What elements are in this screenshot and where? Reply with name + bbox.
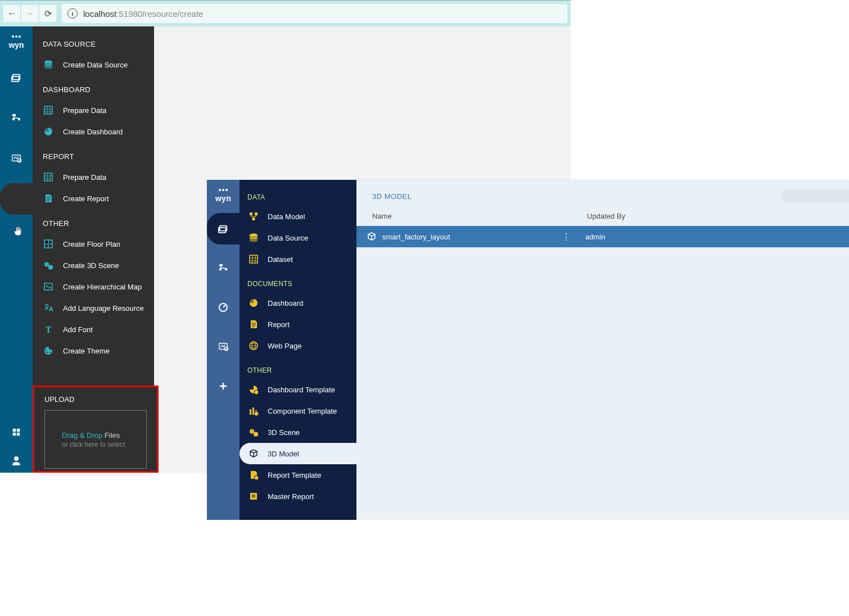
menu-item-prepare-data[interactable]: Prepare Data	[33, 99, 154, 121]
upload-lead: Drag & Drop	[62, 431, 102, 440]
search-input[interactable]	[782, 189, 849, 202]
pie-icon	[43, 126, 54, 137]
menu-item-label: Dashboard Template	[268, 386, 335, 394]
column-headers: Name Updated By	[356, 209, 849, 226]
rail-monitor-icon[interactable]	[0, 143, 33, 174]
page-title: 3D MODEL	[356, 180, 849, 209]
menu-item-label: Add Language Resource	[63, 304, 144, 312]
rail-nav-portal	[207, 180, 240, 520]
col-updated-header[interactable]: Updated By	[587, 212, 833, 220]
rail-documents-portal-icon[interactable]	[207, 213, 240, 244]
menu-item-add-language-resource[interactable]: Add Language Resource	[33, 297, 154, 319]
hiermap-icon	[43, 282, 54, 292]
rail-categories-icon[interactable]	[0, 102, 33, 134]
table-row[interactable]: smart_factory_layout⋮admin	[356, 226, 849, 247]
menu-item-create-hierarchical-map[interactable]: Create Hierarchical Map	[33, 276, 154, 297]
menu-item-dashboard[interactable]: Dashboard	[240, 292, 356, 314]
section-header: DATA	[240, 180, 356, 206]
url-path: :51980/resource/create	[116, 9, 203, 19]
section-header: DASHBOARD	[33, 75, 154, 99]
section-header: DOCUMENTS	[240, 270, 356, 292]
menu-item-label: Prepare Data	[63, 173, 106, 182]
app-logo[interactable]	[0, 26, 33, 62]
menu-item-label: Create Floor Plan	[63, 240, 120, 248]
content-area: 3D MODEL Name Updated By smart_factory_l…	[356, 180, 849, 520]
menu-item-label: Web Page	[268, 342, 301, 350]
rail-documents-icon[interactable]	[0, 62, 33, 93]
database-icon	[43, 60, 54, 70]
menu-item-label: Dataset	[268, 255, 293, 264]
menu-item-label: 3D Model	[268, 450, 299, 458]
section-header: OTHER	[240, 356, 356, 379]
menu-item-create-report[interactable]: Create Report	[33, 188, 154, 209]
reload-button[interactable]: ⟳	[39, 5, 56, 22]
forward-button[interactable]: →	[21, 5, 38, 22]
rail-categories-portal-icon[interactable]	[207, 252, 240, 284]
app-logo-portal[interactable]	[207, 180, 240, 213]
menu-item-3d-model[interactable]: 3D Model	[240, 443, 356, 464]
row-updated-by: admin	[585, 233, 605, 241]
section-header: OTHER	[33, 209, 154, 233]
model-icon	[365, 232, 378, 242]
doc-icon	[247, 319, 260, 329]
menu-item-component-template[interactable]: Component Template	[240, 400, 356, 422]
menu-item-create-theme[interactable]: Create Theme	[33, 340, 154, 361]
menu-item-label: Component Template	[268, 407, 337, 415]
menu-item-data-model[interactable]: Data Model	[240, 206, 356, 227]
doc-icon	[43, 193, 54, 203]
menu-item-web-page[interactable]: Web Page	[240, 335, 356, 356]
browser-toolbar: ← → ⟳ i localhost:51980/resource/create	[0, 0, 571, 26]
cube3d-icon	[247, 449, 260, 459]
menu-item-master-report[interactable]: Master Report	[240, 486, 356, 507]
upload-title: UPLOAD	[44, 395, 147, 404]
site-info-icon[interactable]: i	[67, 8, 78, 19]
rail-nav-left	[0, 26, 33, 473]
rail-user-icon[interactable]	[0, 448, 33, 473]
menu-item-create-dashboard[interactable]: Create Dashboard	[33, 121, 154, 142]
back-button[interactable]: ←	[3, 5, 20, 22]
menu-item-data-source[interactable]: Data Source	[240, 227, 356, 248]
rail-monitor-portal-icon[interactable]	[207, 331, 240, 363]
menu-item-dataset[interactable]: Dataset	[240, 248, 356, 270]
rail-apps-icon[interactable]	[0, 416, 33, 448]
row-name: smart_factory_layout	[382, 233, 559, 241]
section-header: REPORT	[33, 142, 154, 166]
menu-item-create-data-source[interactable]: Create Data Source	[33, 54, 154, 75]
menu-item-dashboard-template[interactable]: Dashboard Template	[240, 379, 356, 400]
url-host: localhost	[83, 9, 116, 19]
rail-add-portal-icon[interactable]	[207, 370, 240, 402]
menu-item-label: Create Theme	[63, 347, 110, 355]
menu-item-label: Report	[268, 320, 290, 329]
menu-item-prepare-data[interactable]: Prepare Data	[33, 166, 154, 188]
menu-item-label: Report Template	[268, 471, 321, 479]
floorplan-icon	[43, 239, 54, 249]
menu-item-add-font[interactable]: Add Font	[33, 319, 154, 340]
upload-sub: or click here to select	[62, 441, 129, 449]
menu-item-create-floor-plan[interactable]: Create Floor Plan	[33, 233, 154, 255]
menu-item-create-3d-scene[interactable]: Create 3D Scene	[33, 255, 154, 276]
resource-portal-panel: DATAData ModelData SourceDatasetDOCUMENT…	[207, 180, 849, 520]
database-icon	[247, 233, 260, 243]
menu-item-label: Create Hierarchical Map	[63, 283, 142, 291]
grid-icon	[43, 172, 54, 182]
menu-item-report-template[interactable]: Report Template	[240, 464, 356, 486]
reporttpl-icon	[247, 470, 260, 480]
menu-item-report[interactable]: Report	[240, 314, 356, 335]
datamodel-icon	[247, 211, 260, 221]
menu-item-label: Create Report	[63, 194, 109, 203]
upload-trail: Files	[102, 431, 120, 440]
globe-icon	[247, 341, 260, 351]
menu-item-label: Prepare Data	[63, 106, 106, 115]
rail-create-icon[interactable]	[0, 183, 33, 215]
rail-gauge-portal-icon[interactable]	[207, 292, 240, 323]
menu-item-label: Data Model	[268, 212, 305, 221]
row-menu-button[interactable]: ⋮	[559, 232, 573, 242]
address-bar[interactable]: i localhost:51980/resource/create	[62, 4, 567, 23]
resource-type-sidebar: DATAData ModelData SourceDatasetDOCUMENT…	[240, 180, 356, 520]
font-icon	[43, 324, 54, 334]
grid-icon	[43, 105, 54, 115]
menu-item-3d-scene[interactable]: 3D Scene	[240, 422, 356, 443]
col-name-header[interactable]: Name	[372, 212, 587, 220]
upload-section: UPLOAD Drag & Drop Files or click here t…	[33, 386, 159, 473]
upload-drop-zone[interactable]: Drag & Drop Files or click here to selec…	[44, 410, 147, 469]
